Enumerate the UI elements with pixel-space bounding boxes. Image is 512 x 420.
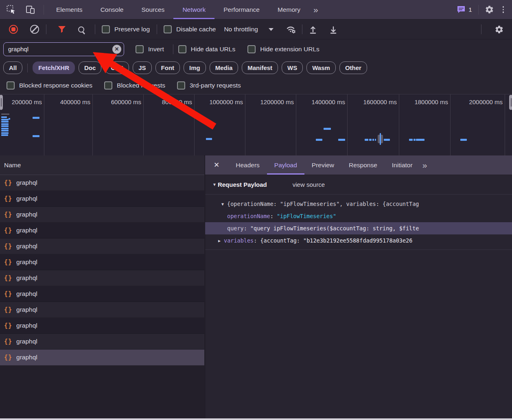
payload-operationname-row[interactable]: operationName : "ipFlowTimeseries" xyxy=(205,210,512,222)
checkbox xyxy=(164,25,172,33)
payload-query-row-selected[interactable]: query : "query ipFlowTimeseries($account… xyxy=(205,222,512,234)
table-row[interactable]: {}graphql xyxy=(0,207,204,223)
more-options-icon[interactable] xyxy=(500,6,507,13)
table-row[interactable]: {}graphql xyxy=(0,318,204,334)
hide-extension-urls-checkbox[interactable]: Hide extension URLs xyxy=(247,45,319,53)
network-settings-gear-icon[interactable] xyxy=(494,25,504,34)
table-row[interactable]: {}graphql xyxy=(0,254,204,270)
payload-summary-row[interactable]: ▼ {operationName: "ipFlowTimeseries", va… xyxy=(205,198,512,210)
more-tabs-icon[interactable]: » xyxy=(309,5,322,15)
preserve-log-label: Preserve log xyxy=(114,26,150,33)
issues-badge[interactable]: 1 xyxy=(457,5,472,14)
devtools-tabbar: ElementsConsoleSourcesNetworkPerformance… xyxy=(0,0,512,20)
request-timing-mark xyxy=(1,114,9,115)
filter-chip-wasm[interactable]: Wasm xyxy=(306,61,336,74)
table-row[interactable]: {}graphql xyxy=(0,191,204,207)
filter-chip-js[interactable]: JS xyxy=(133,61,151,74)
details-tab-response[interactable]: Response xyxy=(341,155,385,175)
table-row[interactable]: {}graphql xyxy=(0,223,204,238)
request-name: graphql xyxy=(16,227,37,234)
extra-filter-checkboxes: Blocked response cookies Blocked request… xyxy=(0,77,512,94)
invert-checkbox[interactable]: Invert xyxy=(136,45,164,53)
network-conditions-icon[interactable] xyxy=(286,25,296,34)
timeline-gridline xyxy=(44,94,44,155)
panel-tabs: ElementsConsoleSourcesNetworkPerformance… xyxy=(47,0,309,19)
settings-gear-icon[interactable] xyxy=(485,5,494,14)
chevron-down-icon xyxy=(269,28,274,31)
filter-chip-other[interactable]: Other xyxy=(339,61,367,74)
timeline-gridline xyxy=(296,94,296,155)
request-timing-mark xyxy=(375,139,376,141)
third-party-requests-checkbox[interactable]: 3rd-party requests xyxy=(177,81,241,90)
table-row[interactable]: {}graphql xyxy=(0,334,204,350)
filter-chip-media[interactable]: Media xyxy=(210,61,238,74)
export-har-icon[interactable] xyxy=(328,25,338,34)
blocked-response-cookies-checkbox[interactable]: Blocked response cookies xyxy=(7,81,92,90)
details-tabbar: ✕ HeadersPayloadPreviewResponseInitiator… xyxy=(205,155,512,175)
tab-memory[interactable]: Memory xyxy=(269,0,309,19)
table-row[interactable]: {}graphql xyxy=(0,238,204,254)
filter-chip-img[interactable]: Img xyxy=(184,61,206,74)
request-timing-mark xyxy=(380,133,381,145)
inspect-element-icon[interactable] xyxy=(7,5,16,14)
timeline-tick-label: 400000 ms xyxy=(45,98,90,105)
device-toolbar-icon[interactable] xyxy=(26,5,35,14)
search-icon[interactable] xyxy=(78,26,84,33)
filter-chip-css[interactable]: CSS xyxy=(105,61,129,74)
table-row[interactable]: {}graphql xyxy=(0,270,204,286)
timeline-tick-label: 800000 ms xyxy=(147,98,192,105)
blocked-requests-checkbox[interactable]: Blocked requests xyxy=(104,81,165,90)
request-timing-mark xyxy=(1,134,8,136)
payload-variables-row[interactable]: ▶ variables : {accountTag: "b12e3b2192ee… xyxy=(205,234,512,247)
filter-icon[interactable] xyxy=(58,26,66,33)
request-timing-mark xyxy=(1,121,9,122)
clear-network-log-button[interactable] xyxy=(30,25,39,34)
payload-key: variables xyxy=(224,237,254,244)
filter-input[interactable] xyxy=(3,42,124,56)
details-more-tabs-icon[interactable]: » xyxy=(420,160,429,170)
divider xyxy=(205,249,512,250)
table-row[interactable]: {}graphql xyxy=(0,286,204,302)
network-overview-timeline[interactable]: 200000 ms400000 ms600000 ms800000 ms1000… xyxy=(0,94,512,156)
preserve-log-checkbox[interactable]: Preserve log xyxy=(102,25,150,33)
divider xyxy=(478,5,479,15)
timeline-gridline xyxy=(450,94,451,155)
tab-console[interactable]: Console xyxy=(92,0,133,19)
view-source-link[interactable]: view source xyxy=(293,181,325,188)
table-row[interactable]: {}graphql xyxy=(0,302,204,318)
import-har-icon[interactable] xyxy=(308,25,318,34)
tab-network[interactable]: Network xyxy=(173,0,214,19)
record-network-log-button[interactable] xyxy=(9,25,18,34)
filter-chip-font[interactable]: Font xyxy=(155,61,180,74)
table-row[interactable]: {}graphql xyxy=(0,350,204,365)
request-payload-section[interactable]: ▼ Request Payload view source xyxy=(205,175,512,195)
throttling-select[interactable]: No throttling xyxy=(224,26,274,33)
disable-cache-label: Disable cache xyxy=(176,26,216,33)
tab-performance[interactable]: Performance xyxy=(214,0,269,19)
filter-chip-ws[interactable]: WS xyxy=(282,61,303,74)
tab-sources[interactable]: Sources xyxy=(133,0,174,19)
divider xyxy=(302,24,302,34)
details-tab-initiator[interactable]: Initiator xyxy=(385,155,420,175)
details-tab-preview[interactable]: Preview xyxy=(304,155,341,175)
disable-cache-checkbox[interactable]: Disable cache xyxy=(164,25,216,33)
request-timing-mark xyxy=(9,118,10,120)
details-tab-headers[interactable]: Headers xyxy=(228,155,267,175)
request-timing-mark xyxy=(206,138,212,140)
table-row[interactable]: {}graphql xyxy=(0,175,204,191)
name-header-label: Name xyxy=(4,162,21,169)
timeline-gridline xyxy=(143,94,144,155)
filter-chip-manifest[interactable]: Manifest xyxy=(242,61,278,74)
overview-drag-handle-right[interactable] xyxy=(509,95,512,110)
clear-filter-icon[interactable]: ✕ xyxy=(112,45,121,54)
filter-chip-all[interactable]: All xyxy=(3,61,22,74)
name-column-header[interactable]: Name xyxy=(0,155,204,175)
filter-chip-fetch-xhr[interactable]: Fetch/XHR xyxy=(33,61,75,74)
network-main-area: Name {}graphql{}graphql{}graphql{}graphq… xyxy=(0,155,512,418)
details-tab-payload[interactable]: Payload xyxy=(267,155,304,175)
checkbox xyxy=(178,45,186,53)
hide-data-urls-checkbox[interactable]: Hide data URLs xyxy=(178,45,235,53)
tab-elements[interactable]: Elements xyxy=(47,0,92,19)
filter-chip-doc[interactable]: Doc xyxy=(79,61,101,74)
close-details-icon[interactable]: ✕ xyxy=(205,161,228,169)
